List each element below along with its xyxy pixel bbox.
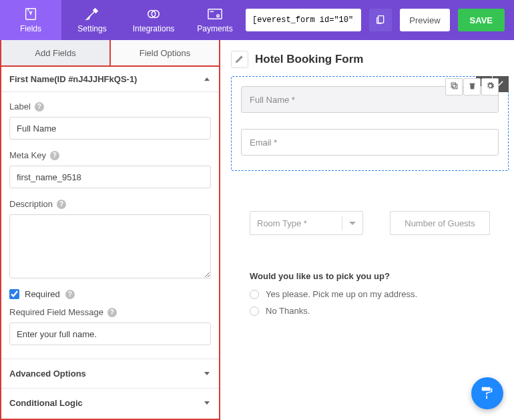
field-settings-button[interactable]: [481, 78, 499, 95]
field-duplicate-button[interactable]: [445, 78, 463, 95]
help-icon[interactable]: ?: [65, 290, 75, 299]
fields-icon: [23, 7, 38, 21]
email-field[interactable]: [241, 129, 499, 156]
caret-down-icon: [204, 372, 210, 375]
top-navbar: Fields Settings Integrations Payments Pr…: [0, 0, 514, 40]
meta-key-input[interactable]: [9, 166, 211, 188]
conditional-logic-toggle[interactable]: Conditional Logic: [1, 388, 219, 417]
chevron-down-icon: [349, 222, 356, 225]
pickup-option-yes[interactable]: Yes please. Pick me up on my address.: [250, 289, 509, 299]
tab-add-fields[interactable]: Add Fields: [1, 40, 111, 67]
paint-roller-icon: [480, 385, 495, 402]
svg-rect-3: [208, 9, 222, 19]
nav-tab-settings[interactable]: Settings: [61, 0, 123, 40]
form-canvas: Hotel Booking Form Room Type *: [220, 40, 514, 420]
guests-label: Number of Guests: [405, 218, 475, 228]
svg-rect-7: [451, 83, 456, 87]
nav-tab-label: Settings: [77, 24, 106, 33]
nav-tab-label: Fields: [20, 24, 41, 33]
radio-icon: [250, 290, 259, 299]
required-msg-label: Required Field Message ?: [9, 307, 211, 317]
caret-up-icon: [204, 77, 210, 81]
caret-down-icon: [204, 401, 210, 405]
label-label: Label ?: [9, 101, 211, 112]
help-icon[interactable]: ?: [107, 308, 117, 317]
nav-tab-fields[interactable]: Fields: [0, 0, 61, 40]
sidebar-panel: Add Fields Field Options First Name(ID #…: [0, 40, 220, 420]
label-input[interactable]: [9, 117, 211, 140]
nav-tab-label: Integrations: [133, 24, 175, 33]
form-row-container: [231, 76, 509, 171]
svg-point-4: [217, 15, 220, 17]
guests-field[interactable]: Number of Guests: [390, 211, 490, 235]
pickup-question-title: Would you like us to pick you up?: [250, 271, 509, 281]
help-icon[interactable]: ?: [50, 151, 59, 160]
nav-tab-integrations[interactable]: Integrations: [123, 0, 184, 40]
room-type-label: Room Type *: [257, 218, 307, 228]
settings-icon: [85, 7, 99, 21]
description-textarea[interactable]: [9, 214, 211, 278]
shortcode-box: [246, 9, 361, 31]
pickup-question: Would you like us to pick you up? Yes pl…: [250, 271, 509, 323]
payments-icon: [208, 7, 222, 21]
save-button[interactable]: SAVE: [458, 9, 505, 31]
required-label: Required: [25, 289, 60, 299]
description-label: Description ?: [9, 199, 211, 209]
theme-fab-button[interactable]: [471, 377, 503, 409]
nav-tab-payments[interactable]: Payments: [184, 0, 246, 40]
integrations-icon: [146, 7, 161, 21]
edit-title-button[interactable]: [231, 51, 248, 68]
clipboard-icon: [375, 14, 386, 27]
copy-icon: [450, 81, 459, 92]
form-title: Hotel Booking Form: [255, 53, 363, 66]
advanced-options-toggle[interactable]: Advanced Options: [1, 359, 219, 388]
field-delete-button[interactable]: [463, 78, 481, 95]
meta-key-label: Meta Key ?: [9, 150, 211, 160]
copy-shortcode-button[interactable]: [369, 9, 392, 31]
required-checkbox[interactable]: [9, 289, 19, 299]
gear-icon: [486, 81, 495, 92]
field-section-header[interactable]: First Name(ID #nJ4JJHFkQS-1): [1, 67, 219, 92]
help-icon[interactable]: ?: [57, 200, 66, 209]
svg-rect-6: [453, 84, 457, 88]
pickup-option-no[interactable]: No Thanks.: [250, 306, 509, 316]
shortcode-input[interactable]: [246, 9, 361, 31]
radio-icon: [250, 306, 259, 316]
tab-field-options[interactable]: Field Options: [111, 40, 219, 67]
field-section-title: First Name(ID #nJ4JJHFkQS-1): [9, 74, 137, 84]
required-msg-input[interactable]: [9, 323, 211, 345]
trash-icon: [468, 81, 477, 92]
preview-button[interactable]: Preview: [400, 9, 449, 31]
pencil-icon: [235, 54, 244, 65]
room-type-select[interactable]: Room Type *: [250, 211, 363, 235]
svg-rect-5: [378, 15, 384, 23]
help-icon[interactable]: ?: [35, 102, 44, 112]
nav-tab-label: Payments: [197, 24, 232, 33]
